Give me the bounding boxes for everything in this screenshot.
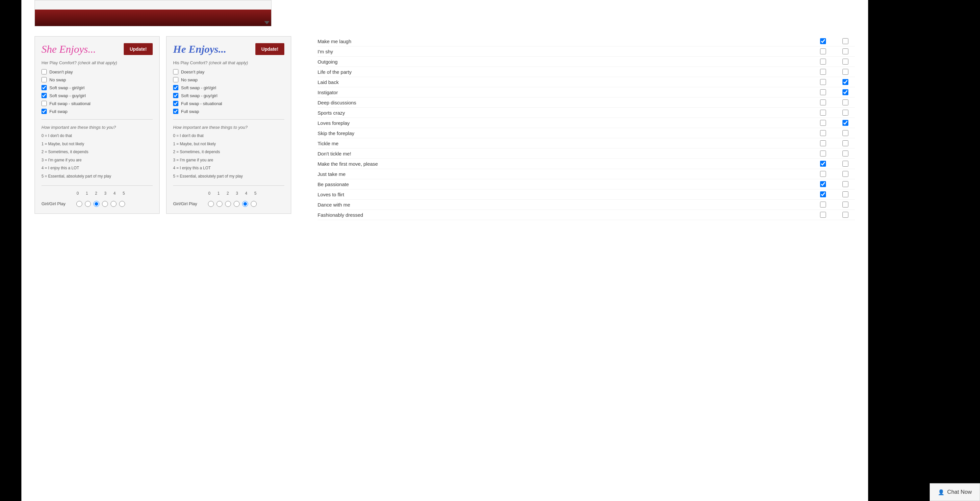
attr-him-checkbox[interactable] xyxy=(842,120,848,126)
attr-him-checkbox[interactable] xyxy=(842,202,848,207)
attr-her-checkbox[interactable] xyxy=(820,191,826,197)
attr-checkboxes xyxy=(820,48,848,54)
she-radio-4[interactable] xyxy=(111,201,116,207)
attr-checkboxes xyxy=(820,150,848,156)
she-radio-2[interactable] xyxy=(94,201,99,207)
attr-him-checkbox[interactable] xyxy=(842,181,848,187)
attr-him-checkbox[interactable] xyxy=(842,191,848,197)
attr-her-checkbox[interactable] xyxy=(820,212,826,218)
attr-him-checkbox[interactable] xyxy=(842,48,848,54)
she-checkbox-she_soft_mg[interactable] xyxy=(41,93,47,98)
he-checkbox-he_full[interactable] xyxy=(173,109,178,114)
attr-label: Loves foreplay xyxy=(318,120,820,126)
he-radio-2[interactable] xyxy=(225,201,231,207)
she-radio-5[interactable] xyxy=(119,201,125,207)
attr-him-checkbox[interactable] xyxy=(842,99,848,105)
she-scale-rows: 012345Girl/Girl Play xyxy=(41,191,153,207)
attr-checkboxes xyxy=(820,69,848,75)
attr-him-checkbox[interactable] xyxy=(842,89,848,95)
he-scale-text: 0 = I don't do that1 = Maybe, but not li… xyxy=(173,132,284,180)
attr-him-checkbox[interactable] xyxy=(842,130,848,136)
she-enjoys-update-button[interactable]: Update! xyxy=(124,43,153,55)
he-radio-0[interactable] xyxy=(208,201,214,207)
main-content: She Enjoys... Update! Her Play Comfort? … xyxy=(21,0,868,501)
she-checkboxes-group: Doesn't playNo swapSoft swap - girl/girl… xyxy=(41,69,153,114)
he-checkboxes-group: Doesn't playNo swapSoft swap - girl/girl… xyxy=(173,69,284,114)
right-panel: Make me laughI'm shyOutgoingLife of the … xyxy=(304,36,855,220)
he-checkbox-he_soft_gg[interactable] xyxy=(173,85,178,90)
attr-him-checkbox[interactable] xyxy=(842,161,848,167)
she-checkbox-item: Soft swap - girl/girl xyxy=(41,85,153,90)
he-radio-5[interactable] xyxy=(251,201,257,207)
she-radio-3[interactable] xyxy=(102,201,108,207)
attr-label: Outgoing xyxy=(318,59,820,65)
she-checkbox-she_doesnt_play[interactable] xyxy=(41,69,47,75)
he-scale-row: Girl/Girl Play xyxy=(173,201,284,207)
attr-her-checkbox[interactable] xyxy=(820,69,826,75)
attr-him-checkbox[interactable] xyxy=(842,140,848,146)
attr-checkboxes xyxy=(820,130,848,136)
left-panel: She Enjoys... Update! Her Play Comfort? … xyxy=(35,36,304,220)
attr-row: Laid back xyxy=(318,77,855,87)
attr-him-checkbox[interactable] xyxy=(842,212,848,218)
attr-checkboxes xyxy=(820,79,848,85)
he-radio-4[interactable] xyxy=(242,201,248,207)
he-checkbox-item: Full swap xyxy=(173,109,284,114)
he-checkbox-he_no_swap[interactable] xyxy=(173,77,178,82)
attr-him-checkbox[interactable] xyxy=(842,110,848,116)
attr-row: Instigator xyxy=(318,87,855,97)
attr-row: Sports crazy xyxy=(318,108,855,118)
chat-now-button[interactable]: 👤 Chat Now xyxy=(930,483,980,501)
attr-him-checkbox[interactable] xyxy=(842,79,848,85)
attr-row: Outgoing xyxy=(318,57,855,67)
attr-her-checkbox[interactable] xyxy=(820,181,826,187)
attr-her-checkbox[interactable] xyxy=(820,38,826,44)
left-sidebar xyxy=(0,0,21,501)
he-enjoys-update-button[interactable]: Update! xyxy=(255,43,284,55)
right-sidebar: 👤 Chat Now xyxy=(868,0,980,501)
attr-checkboxes xyxy=(820,59,848,65)
he-checkbox-he_soft_mg[interactable] xyxy=(173,93,178,98)
attr-row: Don't tickle me! xyxy=(318,148,855,159)
she-radio-0[interactable] xyxy=(76,201,82,207)
attr-her-checkbox[interactable] xyxy=(820,130,826,136)
she-checkbox-item: Doesn't play xyxy=(41,69,153,75)
attr-her-checkbox[interactable] xyxy=(820,59,826,65)
she-checkbox-she_full[interactable] xyxy=(41,109,47,114)
attr-checkboxes xyxy=(820,171,848,177)
attr-him-checkbox[interactable] xyxy=(842,171,848,177)
attr-row: Dance with me xyxy=(318,199,855,210)
attr-her-checkbox[interactable] xyxy=(820,89,826,95)
she-checkbox-she_soft_gg[interactable] xyxy=(41,85,47,90)
attr-her-checkbox[interactable] xyxy=(820,140,826,146)
attr-him-checkbox[interactable] xyxy=(842,69,848,75)
he-radio-1[interactable] xyxy=(216,201,223,207)
chat-now-label: Chat Now xyxy=(947,489,972,495)
attr-row: Tickle me xyxy=(318,138,855,148)
attr-her-checkbox[interactable] xyxy=(820,99,826,105)
attr-her-checkbox[interactable] xyxy=(820,79,826,85)
attr-label: Life of the party xyxy=(318,69,820,75)
attr-her-checkbox[interactable] xyxy=(820,120,826,126)
attr-checkboxes xyxy=(820,89,848,95)
attr-her-checkbox[interactable] xyxy=(820,202,826,207)
he-checkbox-item: No swap xyxy=(173,77,284,82)
attr-him-checkbox[interactable] xyxy=(842,38,848,44)
attr-her-checkbox[interactable] xyxy=(820,171,826,177)
attr-checkboxes xyxy=(820,202,848,207)
she-radio-1[interactable] xyxy=(85,201,91,207)
attr-her-checkbox[interactable] xyxy=(820,48,826,54)
he-checkbox-item: Soft swap - girl/girl xyxy=(173,85,284,90)
he-checkbox-he_doesnt_play[interactable] xyxy=(173,69,178,75)
attr-him-checkbox[interactable] xyxy=(842,150,848,156)
he-radio-3[interactable] xyxy=(234,201,240,207)
she-checkbox-she_full_sit[interactable] xyxy=(41,101,47,106)
attr-row: Loves to flirt xyxy=(318,190,855,199)
he-checkbox-he_full_sit[interactable] xyxy=(173,101,178,106)
she-checkbox-she_no_swap[interactable] xyxy=(41,77,47,82)
attr-her-checkbox[interactable] xyxy=(820,161,826,167)
attr-row: Deep discussions xyxy=(318,97,855,108)
attr-her-checkbox[interactable] xyxy=(820,150,826,156)
attr-him-checkbox[interactable] xyxy=(842,59,848,65)
attr-her-checkbox[interactable] xyxy=(820,110,826,116)
